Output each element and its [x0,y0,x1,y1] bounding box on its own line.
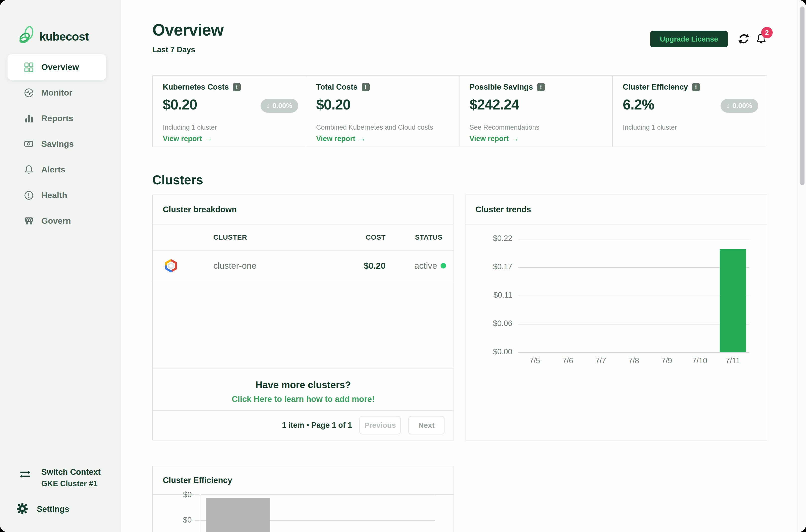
x-axis-tick: 7/6 [553,356,583,365]
sidebar-item-govern[interactable]: Govern [7,208,106,234]
x-axis-tick: 7/7 [586,356,616,365]
banknote-icon [23,139,34,150]
bar-chart-icon [23,113,34,124]
sidebar-item-health[interactable]: Health [7,183,106,208]
alert-circle-icon [23,190,34,201]
x-axis-tick: 7/9 [652,356,682,365]
stat-card-subtext: Combined Kubernetes and Cloud costs [316,124,433,131]
info-icon[interactable]: i [362,83,370,91]
sidebar-item-reports[interactable]: Reports [7,106,106,131]
arrow-down-icon: ↓ [267,102,270,110]
add-clusters-link[interactable]: Click Here to learn how to add more! [153,394,453,404]
arrow-right-icon: → [358,135,365,142]
clusters-heading: Clusters [152,173,203,187]
cluster-trends-plot: $0.22$0.17$0.11$0.06$0.007/57/67/77/87/9… [518,239,749,352]
stat-card-title: Total Costs [316,82,358,92]
bell-icon [23,164,34,175]
info-icon[interactable]: i [537,83,545,91]
stat-card-cluster-efficiency: Cluster Efficiency i 6.2% ↓ 0.00% Includ… [612,75,766,147]
pagination: 1 item • Page 1 of 1 Previous Next [153,410,453,440]
stat-card-title: Cluster Efficiency [623,82,688,92]
stat-card-total-costs: Total Costs i $0.20 Combined Kubernetes … [306,75,460,147]
view-report-link[interactable]: View report→ [469,135,519,143]
upgrade-license-button[interactable]: Upgrade License [650,31,728,47]
stat-card-value: $242.24 [469,96,519,113]
gridline [518,296,749,296]
trend-bar [719,249,746,352]
app-window: kubecost Overview [0,0,806,532]
stat-card-subtext: See Recommendations [469,124,539,131]
stat-card-kubernetes-costs: Kubernetes Costs i $0.20 ↓ 0.00% Includi… [152,75,306,147]
cluster-cost: $0.20 [364,251,386,281]
previous-button[interactable]: Previous [359,416,401,435]
stat-card-subtext: Including 1 cluster [623,124,677,131]
x-axis-tick: 7/10 [685,356,715,365]
cluster-status: active [414,251,446,281]
info-icon[interactable]: i [233,83,241,91]
gcp-logo [164,251,178,281]
trend-badge: ↓ 0.00% [720,99,758,113]
stat-card-value: $0.20 [316,96,351,113]
arrow-right-icon: → [511,135,519,142]
sidebar-item-label: Savings [41,139,74,149]
refresh-icon[interactable] [737,32,750,45]
kubecost-logo-icon [18,26,36,47]
scrollbar-track [798,0,806,532]
y-axis-line [200,495,200,532]
sidebar-item-label: Health [41,190,67,200]
gridline [518,352,749,353]
x-axis-tick: 7/11 [718,356,748,365]
next-button[interactable]: Next [408,416,445,435]
cluster-trends-title: Cluster trends [466,195,767,225]
column-header-cluster: CLUSTER [213,225,247,250]
arrow-right-icon: → [205,135,212,142]
stat-card-value: 6.2% [623,96,654,113]
sidebar-item-alerts[interactable]: Alerts [7,157,106,183]
page-title: Overview [152,20,224,39]
stat-card-possible-savings: Possible Savings i $242.24 See Recommend… [459,75,613,147]
sidebar-item-label: Monitor [41,88,72,97]
sidebar-item-label: Alerts [41,165,65,174]
view-report-link[interactable]: View report→ [163,135,212,143]
sidebar-item-savings[interactable]: Savings [7,131,106,157]
info-icon[interactable]: i [692,83,700,91]
more-clusters-title: Have more clusters? [153,379,453,391]
stat-card-subtext: Including 1 cluster [163,124,217,131]
monitor-icon [23,87,34,98]
stat-cards-row: Kubernetes Costs i $0.20 ↓ 0.00% Includi… [152,75,766,147]
gridline [195,495,435,495]
y-axis-tick: $0.11 [479,291,512,300]
sidebar-item-overview[interactable]: Overview [7,54,106,80]
scrollbar-thumb[interactable] [800,6,805,185]
efficiency-ytick: $0 [170,516,192,525]
table-row[interactable]: cluster-one $0.20 active [153,251,453,281]
notification-count-badge[interactable]: 2 [761,27,773,38]
status-active-dot [441,263,446,268]
sidebar-item-monitor[interactable]: Monitor [7,80,106,106]
efficiency-bar [206,498,270,532]
gridline [518,324,749,324]
gridline [518,267,749,268]
x-axis-tick: 7/8 [619,356,649,365]
gridline [518,239,749,240]
cluster-efficiency-panel: Cluster Efficiency $0 $0 [152,466,454,532]
sidebar: kubecost Overview [0,0,121,532]
more-clusters-prompt: Have more clusters? Click Here to learn … [153,368,453,410]
cluster-efficiency-title: Cluster Efficiency [153,466,453,495]
sidebar-nav: Overview Monitor [7,54,106,234]
sidebar-item-settings[interactable]: Settings [16,502,69,516]
stat-card-title: Kubernetes Costs [163,82,229,92]
sidebar-item-label: Reports [41,113,73,123]
table-header: CLUSTER COST STATUS [153,225,453,251]
gear-icon [16,502,29,516]
switch-arrows-icon [18,467,32,488]
view-report-link[interactable]: View report→ [316,135,365,143]
switch-context-button[interactable]: Switch Context GKE Cluster #1 [18,467,100,488]
cluster-breakdown-panel: Cluster breakdown CLUSTER COST STATUS cl… [152,195,454,440]
switch-context-title: Switch Context [41,467,100,477]
trend-badge: ↓ 0.00% [261,99,298,113]
y-axis-tick: $0.06 [479,319,512,328]
x-axis-tick: 7/5 [520,356,550,365]
column-header-cost: COST [365,225,386,250]
stat-card-value: $0.20 [163,96,197,113]
